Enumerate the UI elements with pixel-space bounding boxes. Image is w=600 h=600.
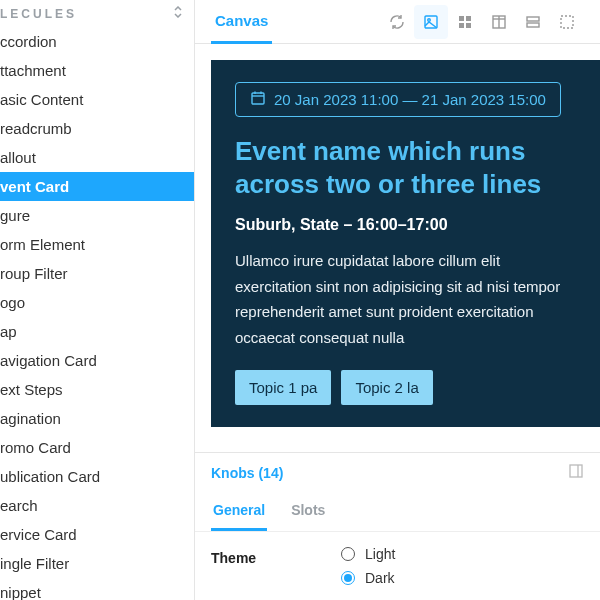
- radio-label: Light: [365, 546, 395, 562]
- image-icon[interactable]: [414, 5, 448, 39]
- sidebar-item[interactable]: agination: [0, 404, 194, 433]
- sidebar-group-header[interactable]: LECULES: [0, 0, 194, 27]
- sidebar-item[interactable]: ogo: [0, 288, 194, 317]
- toolbar: Canvas: [195, 0, 600, 44]
- sidebar-item[interactable]: ap: [0, 317, 194, 346]
- rows-icon[interactable]: [516, 5, 550, 39]
- sidebar-item[interactable]: ingle Filter: [0, 549, 194, 578]
- sidebar-item[interactable]: ccordion: [0, 27, 194, 56]
- expand-icon: [172, 6, 184, 21]
- sidebar-item[interactable]: ublication Card: [0, 462, 194, 491]
- sidebar-item[interactable]: readcrumb: [0, 114, 194, 143]
- sidebar-item[interactable]: earch: [0, 491, 194, 520]
- sidebar-items: ccordionttachmentasic Contentreadcrumbal…: [0, 27, 194, 600]
- svg-rect-5: [466, 23, 471, 28]
- knobs-panel: Knobs (14) General Slots Theme LightDark: [195, 452, 600, 600]
- sidebar-item[interactable]: ext Steps: [0, 375, 194, 404]
- sidebar-item[interactable]: gure: [0, 201, 194, 230]
- knobs-header[interactable]: Knobs (14): [195, 453, 600, 492]
- sidebar-item[interactable]: romo Card: [0, 433, 194, 462]
- radio-option[interactable]: Dark: [341, 570, 395, 586]
- knob-row-theme: Theme LightDark: [195, 532, 600, 600]
- event-title: Event name which runs across two or thre…: [235, 135, 576, 200]
- event-date-text: 20 Jan 2023 11:00 — 21 Jan 2023 15:00: [274, 91, 546, 108]
- radio-icon: [341, 571, 355, 585]
- radio-icon: [341, 547, 355, 561]
- sidebar-item[interactable]: avigation Card: [0, 346, 194, 375]
- sidebar-item[interactable]: ttachment: [0, 56, 194, 85]
- tab-slots[interactable]: Slots: [289, 492, 327, 531]
- svg-rect-3: [466, 16, 471, 21]
- svg-rect-2: [459, 16, 464, 21]
- sidebar-item[interactable]: orm Element: [0, 230, 194, 259]
- fullscreen-icon[interactable]: [550, 5, 584, 39]
- sidebar-item[interactable]: allout: [0, 143, 194, 172]
- event-description: Ullamco irure cupidatat labore cillum el…: [235, 248, 576, 350]
- canvas-panel: 20 Jan 2023 11:00 — 21 Jan 2023 15:00 Ev…: [195, 44, 600, 452]
- tab-canvas[interactable]: Canvas: [211, 0, 272, 44]
- event-date-pill: 20 Jan 2023 11:00 — 21 Jan 2023 15:00: [235, 82, 561, 117]
- radio-option[interactable]: Light: [341, 546, 395, 562]
- columns-icon[interactable]: [482, 5, 516, 39]
- svg-rect-10: [527, 23, 539, 27]
- panel-layout-icon[interactable]: [568, 463, 584, 482]
- main: Canvas: [195, 0, 600, 600]
- toolbar-icons: [380, 5, 584, 39]
- event-card: 20 Jan 2023 11:00 — 21 Jan 2023 15:00 Ev…: [211, 60, 600, 427]
- sidebar-item[interactable]: ervice Card: [0, 520, 194, 549]
- refresh-icon[interactable]: [380, 5, 414, 39]
- topic-pill[interactable]: Topic 1 pa: [235, 370, 331, 405]
- svg-rect-12: [252, 93, 264, 104]
- sidebar-group-label: LECULES: [0, 7, 77, 21]
- svg-rect-9: [527, 17, 539, 21]
- topic-pills: Topic 1 paTopic 2 la: [235, 370, 576, 405]
- svg-rect-11: [561, 16, 573, 28]
- svg-rect-4: [459, 23, 464, 28]
- knob-label-theme: Theme: [211, 546, 321, 566]
- grid-icon[interactable]: [448, 5, 482, 39]
- sidebar-item[interactable]: asic Content: [0, 85, 194, 114]
- svg-rect-16: [570, 465, 582, 477]
- sidebar-item[interactable]: roup Filter: [0, 259, 194, 288]
- sidebar-item[interactable]: nippet: [0, 578, 194, 600]
- tab-general[interactable]: General: [211, 492, 267, 531]
- radio-label: Dark: [365, 570, 395, 586]
- event-meta: Suburb, State – 16:00–17:00: [235, 216, 576, 234]
- sidebar: LECULES ccordionttachmentasic Contentrea…: [0, 0, 195, 600]
- sidebar-item[interactable]: vent Card: [0, 172, 194, 201]
- knobs-tabs: General Slots: [195, 492, 600, 532]
- theme-radio-group: LightDark: [341, 546, 395, 586]
- knobs-title: Knobs (14): [211, 465, 283, 481]
- topic-pill[interactable]: Topic 2 la: [341, 370, 432, 405]
- svg-point-1: [428, 18, 431, 21]
- calendar-icon: [250, 90, 266, 109]
